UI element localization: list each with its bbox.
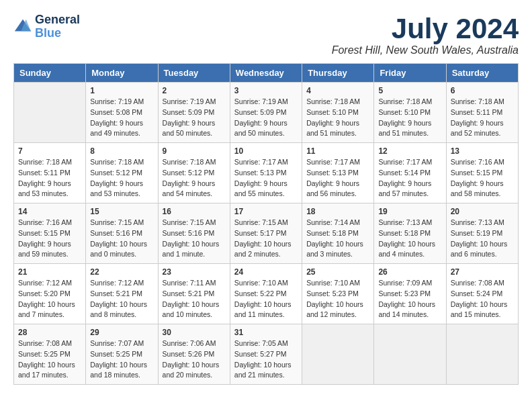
weekday-header: Saturday — [446, 64, 518, 83]
day-info: Sunrise: 7:17 AMSunset: 5:13 PMDaylight:… — [234, 157, 298, 199]
calendar-cell: 24Sunrise: 7:10 AMSunset: 5:22 PMDayligh… — [230, 264, 302, 324]
day-info: Sunrise: 7:08 AMSunset: 5:25 PMDaylight:… — [18, 338, 81, 381]
calendar-week-row: 7Sunrise: 7:18 AMSunset: 5:11 PMDaylight… — [14, 143, 519, 203]
day-number: 14 — [18, 207, 81, 216]
weekday-header: Tuesday — [158, 64, 230, 83]
day-number: 31 — [234, 328, 298, 337]
calendar-cell: 18Sunrise: 7:14 AMSunset: 5:18 PMDayligh… — [302, 203, 374, 264]
day-info: Sunrise: 7:18 AMSunset: 5:12 PMDaylight:… — [90, 157, 153, 199]
calendar-cell: 28Sunrise: 7:08 AMSunset: 5:25 PMDayligh… — [14, 324, 86, 385]
day-number: 9 — [163, 146, 226, 156]
calendar-header: SundayMondayTuesdayWednesdayThursdayFrid… — [14, 64, 519, 83]
day-info: Sunrise: 7:08 AMSunset: 5:24 PMDaylight:… — [451, 278, 514, 320]
day-info: Sunrise: 7:18 AMSunset: 5:10 PMDaylight:… — [306, 97, 369, 139]
calendar-cell: 2Sunrise: 7:19 AMSunset: 5:09 PMDaylight… — [158, 83, 230, 143]
day-number: 17 — [234, 207, 298, 216]
day-number: 20 — [451, 207, 514, 216]
calendar-cell: 31Sunrise: 7:05 AMSunset: 5:27 PMDayligh… — [230, 324, 302, 385]
day-number: 10 — [234, 146, 298, 156]
weekday-header: Wednesday — [230, 64, 302, 83]
calendar-body: 1Sunrise: 7:19 AMSunset: 5:08 PMDaylight… — [14, 83, 519, 385]
day-info: Sunrise: 7:15 AMSunset: 5:16 PMDaylight:… — [163, 218, 226, 260]
calendar-cell: 6Sunrise: 7:18 AMSunset: 5:11 PMDaylight… — [446, 83, 518, 143]
day-number: 3 — [234, 86, 298, 95]
day-info: Sunrise: 7:19 AMSunset: 5:09 PMDaylight:… — [234, 97, 298, 139]
weekday-header: Thursday — [302, 64, 374, 83]
calendar-week-row: 28Sunrise: 7:08 AMSunset: 5:25 PMDayligh… — [14, 324, 519, 385]
location-title: Forest Hill, New South Wales, Australia — [332, 44, 519, 56]
day-info: Sunrise: 7:07 AMSunset: 5:25 PMDaylight:… — [90, 338, 153, 381]
day-info: Sunrise: 7:09 AMSunset: 5:23 PMDaylight:… — [378, 278, 441, 320]
day-number: 22 — [90, 267, 153, 277]
day-info: Sunrise: 7:10 AMSunset: 5:23 PMDaylight:… — [306, 278, 369, 320]
calendar-cell: 13Sunrise: 7:16 AMSunset: 5:15 PMDayligh… — [446, 143, 518, 203]
calendar-cell: 23Sunrise: 7:11 AMSunset: 5:21 PMDayligh… — [158, 264, 230, 324]
calendar-cell: 5Sunrise: 7:18 AMSunset: 5:10 PMDaylight… — [374, 83, 446, 143]
calendar-cell: 27Sunrise: 7:08 AMSunset: 5:24 PMDayligh… — [446, 264, 518, 324]
day-info: Sunrise: 7:11 AMSunset: 5:21 PMDaylight:… — [163, 278, 226, 320]
calendar-cell — [14, 83, 86, 143]
day-number: 8 — [90, 146, 153, 156]
day-number: 23 — [163, 267, 226, 277]
day-info: Sunrise: 7:19 AMSunset: 5:09 PMDaylight:… — [163, 97, 226, 139]
day-info: Sunrise: 7:17 AMSunset: 5:14 PMDaylight:… — [378, 157, 441, 199]
day-info: Sunrise: 7:15 AMSunset: 5:16 PMDaylight:… — [90, 218, 153, 260]
calendar-cell: 12Sunrise: 7:17 AMSunset: 5:14 PMDayligh… — [374, 143, 446, 203]
day-number: 5 — [378, 86, 441, 95]
logo-icon — [13, 17, 32, 36]
day-number: 12 — [378, 146, 441, 156]
day-info: Sunrise: 7:18 AMSunset: 5:11 PMDaylight:… — [451, 97, 514, 139]
day-info: Sunrise: 7:18 AMSunset: 5:11 PMDaylight:… — [18, 157, 81, 199]
day-number: 29 — [90, 328, 153, 337]
day-number: 30 — [163, 328, 226, 337]
day-info: Sunrise: 7:12 AMSunset: 5:21 PMDaylight:… — [90, 278, 153, 320]
day-number: 13 — [451, 146, 514, 156]
calendar-cell: 25Sunrise: 7:10 AMSunset: 5:23 PMDayligh… — [302, 264, 374, 324]
calendar-cell: 10Sunrise: 7:17 AMSunset: 5:13 PMDayligh… — [230, 143, 302, 203]
calendar-week-row: 14Sunrise: 7:16 AMSunset: 5:15 PMDayligh… — [14, 203, 519, 264]
page-header: General Blue July 2024 Forest Hill, New … — [13, 13, 519, 56]
day-number: 6 — [451, 86, 514, 95]
day-info: Sunrise: 7:17 AMSunset: 5:13 PMDaylight:… — [306, 157, 369, 199]
calendar-cell: 20Sunrise: 7:13 AMSunset: 5:19 PMDayligh… — [446, 203, 518, 264]
logo-text: General Blue — [35, 13, 80, 40]
day-number: 18 — [306, 207, 369, 216]
calendar-cell: 15Sunrise: 7:15 AMSunset: 5:16 PMDayligh… — [86, 203, 158, 264]
calendar-table: SundayMondayTuesdayWednesdayThursdayFrid… — [13, 63, 519, 385]
day-number: 21 — [18, 267, 81, 277]
day-info: Sunrise: 7:12 AMSunset: 5:20 PMDaylight:… — [18, 278, 81, 320]
calendar-cell: 4Sunrise: 7:18 AMSunset: 5:10 PMDaylight… — [302, 83, 374, 143]
day-number: 26 — [378, 267, 441, 277]
day-info: Sunrise: 7:18 AMSunset: 5:10 PMDaylight:… — [378, 97, 441, 139]
day-info: Sunrise: 7:05 AMSunset: 5:27 PMDaylight:… — [234, 338, 298, 381]
calendar-cell: 21Sunrise: 7:12 AMSunset: 5:20 PMDayligh… — [14, 264, 86, 324]
day-number: 1 — [90, 86, 153, 95]
weekday-header: Friday — [374, 64, 446, 83]
day-number: 28 — [18, 328, 81, 337]
weekday-header: Sunday — [14, 64, 86, 83]
day-info: Sunrise: 7:06 AMSunset: 5:26 PMDaylight:… — [163, 338, 226, 381]
day-info: Sunrise: 7:13 AMSunset: 5:18 PMDaylight:… — [378, 218, 441, 260]
day-info: Sunrise: 7:14 AMSunset: 5:18 PMDaylight:… — [306, 218, 369, 260]
calendar-cell: 14Sunrise: 7:16 AMSunset: 5:15 PMDayligh… — [14, 203, 86, 264]
day-info: Sunrise: 7:19 AMSunset: 5:08 PMDaylight:… — [90, 97, 153, 139]
day-number: 2 — [163, 86, 226, 95]
day-number: 24 — [234, 267, 298, 277]
calendar-week-row: 21Sunrise: 7:12 AMSunset: 5:20 PMDayligh… — [14, 264, 519, 324]
day-number: 16 — [163, 207, 226, 216]
logo: General Blue — [13, 13, 80, 40]
day-info: Sunrise: 7:15 AMSunset: 5:17 PMDaylight:… — [234, 218, 298, 260]
calendar-cell: 30Sunrise: 7:06 AMSunset: 5:26 PMDayligh… — [158, 324, 230, 385]
calendar-cell: 19Sunrise: 7:13 AMSunset: 5:18 PMDayligh… — [374, 203, 446, 264]
calendar-cell: 16Sunrise: 7:15 AMSunset: 5:16 PMDayligh… — [158, 203, 230, 264]
day-info: Sunrise: 7:16 AMSunset: 5:15 PMDaylight:… — [451, 157, 514, 199]
calendar-cell — [302, 324, 374, 385]
calendar-cell: 9Sunrise: 7:18 AMSunset: 5:12 PMDaylight… — [158, 143, 230, 203]
calendar-cell — [446, 324, 518, 385]
day-info: Sunrise: 7:18 AMSunset: 5:12 PMDaylight:… — [163, 157, 226, 199]
calendar-week-row: 1Sunrise: 7:19 AMSunset: 5:08 PMDaylight… — [14, 83, 519, 143]
calendar-cell: 7Sunrise: 7:18 AMSunset: 5:11 PMDaylight… — [14, 143, 86, 203]
calendar-cell: 17Sunrise: 7:15 AMSunset: 5:17 PMDayligh… — [230, 203, 302, 264]
day-info: Sunrise: 7:10 AMSunset: 5:22 PMDaylight:… — [234, 278, 298, 320]
day-number: 4 — [306, 86, 369, 95]
